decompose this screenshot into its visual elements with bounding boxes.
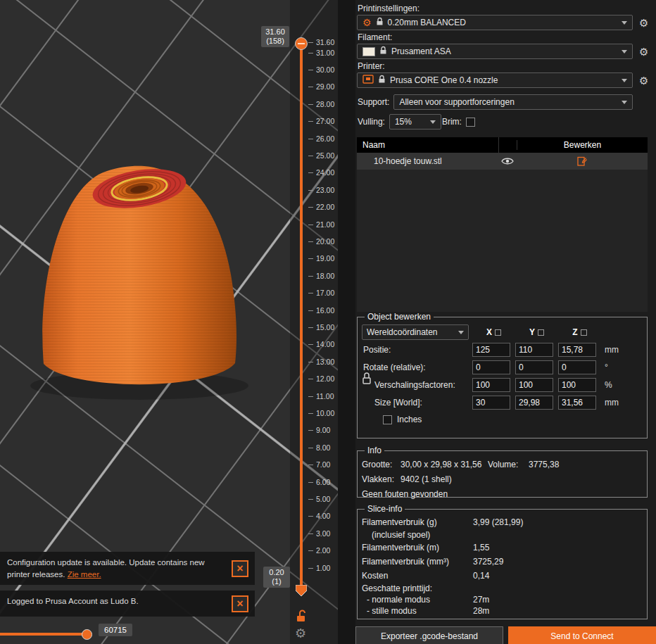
chevron-down-icon xyxy=(430,120,436,124)
layer-tick xyxy=(308,121,313,122)
rotate-z-field[interactable] xyxy=(558,360,596,374)
stealth-mode-label: - stille modus xyxy=(362,606,473,616)
position-z-field[interactable] xyxy=(558,343,596,357)
chevron-down-icon xyxy=(622,79,627,82)
normal-mode-label: - normale modus xyxy=(362,595,473,605)
position-y-field[interactable] xyxy=(515,343,553,357)
send-to-connect-button[interactable]: Send to Connect xyxy=(508,626,656,644)
lock-icon xyxy=(379,46,387,57)
layer-tick-label: 31.00 xyxy=(316,49,334,57)
print-settings-dropdown[interactable]: ⚙ 0.20mm BALANCED xyxy=(357,15,633,30)
axis-z-icon[interactable] xyxy=(581,329,587,336)
model-object[interactable] xyxy=(42,163,236,384)
volume-value: 3775,38 xyxy=(529,460,559,469)
object-list-header: Naam Bewerken xyxy=(357,137,648,153)
size-x-field[interactable] xyxy=(472,396,510,410)
edit-object-icon[interactable] xyxy=(517,156,648,166)
axis-x-label: X xyxy=(486,327,492,337)
coordinates-value: Wereldcoördinaten xyxy=(367,327,438,337)
support-dropdown[interactable]: Alleen voor supportforceringen xyxy=(393,94,633,110)
filament-mm3-value: 3725,29 xyxy=(473,557,503,567)
stealth-mode-value: 28m xyxy=(473,606,489,616)
scale-x-field[interactable] xyxy=(472,378,510,392)
rotate-y-field[interactable] xyxy=(515,360,553,374)
layer-tick xyxy=(308,310,313,311)
position-x-field[interactable] xyxy=(472,343,510,357)
layer-tick-label: 22.00 xyxy=(316,203,334,211)
layer-slider-top-handle[interactable] xyxy=(295,37,308,50)
filament-g-label: Filamentverbruik (g) xyxy=(362,517,473,527)
layer-tick-label: 1.00 xyxy=(316,564,330,572)
layer-tick-label: 14.00 xyxy=(316,340,334,348)
layer-tick-label: 13.00 xyxy=(316,358,334,366)
3d-viewport[interactable]: 31.6031.0030.0029.0028.0027.0026.0025.00… xyxy=(0,0,355,644)
layer-slider-track[interactable] xyxy=(300,44,303,591)
move-slider-value: 60715 xyxy=(99,624,132,636)
object-list: Naam Bewerken 10-hoedje touw.stl xyxy=(357,137,648,312)
filament-mm3-label: Filamentverbruik (mm³) xyxy=(362,557,473,567)
export-gcode-button[interactable]: Exporteer .gcode-bestand xyxy=(355,626,503,644)
normal-mode-value: 27m xyxy=(473,595,489,605)
rotate-unit: ° xyxy=(605,362,608,372)
layer-tick-label: 27.00 xyxy=(316,117,334,125)
see-more-link[interactable]: Zie meer. xyxy=(68,570,101,579)
layer-tick-label: 25.00 xyxy=(316,151,334,160)
axis-z-label: Z xyxy=(572,327,577,337)
layer-tick xyxy=(308,276,313,277)
axis-y-label: Y xyxy=(529,327,535,337)
layer-tick xyxy=(308,362,313,362)
uniform-scale-lock-icon[interactable] xyxy=(362,369,372,392)
lock-icon xyxy=(378,75,386,86)
unlock-icon[interactable] xyxy=(296,610,308,626)
table-row[interactable]: 10-hoedje touw.stl xyxy=(357,153,648,170)
axis-x-icon[interactable] xyxy=(495,329,501,336)
print-settings-label: Printinstellingen: xyxy=(358,4,652,13)
move-slider-track[interactable] xyxy=(0,633,84,636)
support-value: Alleen voor supportforceringen xyxy=(399,97,514,107)
layer-slider-bottom-value: 0.20 (1) xyxy=(263,567,290,588)
layer-tick-label: 24.00 xyxy=(316,168,334,177)
axis-y-icon[interactable] xyxy=(538,329,544,336)
incl-spool-label: (inclusief spoel) xyxy=(362,530,473,540)
layer-tick xyxy=(308,430,313,431)
layer-tick xyxy=(308,568,313,569)
coordinates-dropdown[interactable]: Wereldcoördinaten xyxy=(362,324,469,340)
eye-icon[interactable] xyxy=(498,157,517,165)
layer-tick xyxy=(308,396,313,397)
layer-tick-label: 11.00 xyxy=(316,392,334,400)
slider-gear-icon[interactable]: ⚙ xyxy=(295,626,306,641)
layer-tick-label: 29.00 xyxy=(316,82,334,91)
layer-tick-label: 23.00 xyxy=(316,186,334,194)
move-slider-handle[interactable] xyxy=(82,629,92,640)
filament-dropdown[interactable]: Prusament ASA xyxy=(357,44,633,59)
chevron-down-icon xyxy=(622,21,627,25)
layer-slider-bottom-handle[interactable] xyxy=(296,585,307,599)
scale-z-field[interactable] xyxy=(558,378,596,392)
printer-dropdown[interactable]: Prusa CORE One 0.4 nozzle xyxy=(357,72,633,88)
close-icon[interactable]: × xyxy=(232,595,248,612)
infill-dropdown[interactable]: 15% xyxy=(389,114,441,130)
errors-value: Geen fouten gevonden xyxy=(362,489,448,499)
filament-gear-button[interactable]: ⚙ xyxy=(639,46,648,57)
scale-y-field[interactable] xyxy=(515,378,553,392)
rotate-x-field[interactable] xyxy=(472,360,510,374)
close-icon[interactable]: × xyxy=(232,560,248,577)
chevron-down-icon xyxy=(622,101,627,104)
size-z-field[interactable] xyxy=(558,396,596,410)
layer-tick-label: 26.00 xyxy=(316,134,334,143)
object-panel-legend: Object bewerken xyxy=(365,312,434,322)
layer-tick xyxy=(308,70,313,70)
layer-tick xyxy=(308,53,313,53)
layer-tick-label: 19.00 xyxy=(316,254,334,263)
size-y-field[interactable] xyxy=(515,396,553,410)
printer-gear-button[interactable]: ⚙ xyxy=(639,75,648,86)
print-settings-gear-button[interactable]: ⚙ xyxy=(639,18,648,28)
rotate-label: Rotate (relative): xyxy=(362,362,472,372)
volume-label: Volume: xyxy=(488,460,529,469)
inches-checkbox[interactable] xyxy=(383,415,392,424)
position-label: Positie: xyxy=(362,345,472,355)
column-edit-header: Bewerken xyxy=(517,140,648,150)
filament-label: Filament: xyxy=(358,32,652,42)
brim-checkbox[interactable] xyxy=(466,118,475,127)
size-unit: mm xyxy=(605,398,619,408)
